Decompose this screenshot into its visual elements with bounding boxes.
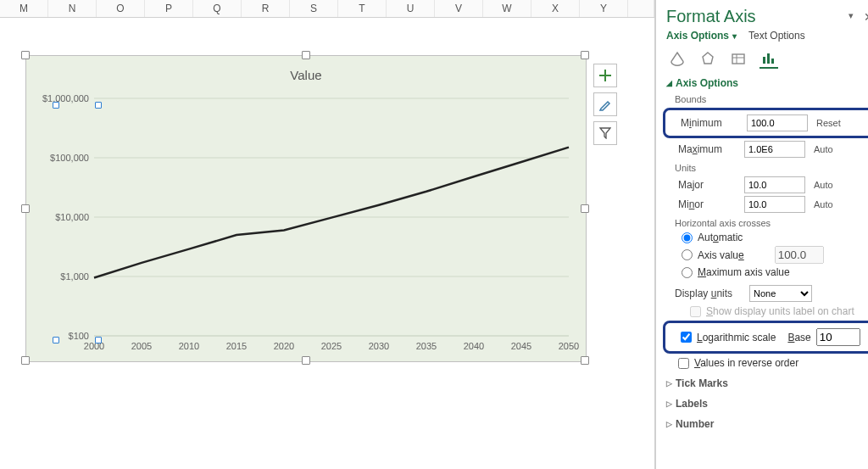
- svg-text:2050: 2050: [559, 341, 579, 351]
- maximum-input[interactable]: [744, 141, 805, 158]
- section-labels[interactable]: ▷Labels: [666, 398, 868, 410]
- resize-handle[interactable]: [581, 51, 589, 59]
- column-header[interactable]: Y: [580, 0, 628, 17]
- bounds-minimum-highlight: Minimum Reset: [663, 108, 868, 138]
- crosses-automatic-radio[interactable]: [682, 232, 693, 243]
- column-header[interactable]: M: [0, 0, 48, 17]
- crosses-axis-value-input: [775, 246, 824, 264]
- resize-handle[interactable]: [302, 51, 310, 59]
- column-header[interactable]: N: [48, 0, 97, 17]
- section-number[interactable]: ▷Number: [666, 418, 868, 430]
- svg-text:2035: 2035: [416, 341, 437, 351]
- svg-text:2005: 2005: [131, 341, 152, 351]
- svg-rect-0: [26, 56, 586, 361]
- pane-close-button[interactable]: ✕: [864, 10, 868, 24]
- column-header[interactable]: R: [242, 0, 290, 17]
- svg-rect-26: [732, 54, 744, 64]
- resize-handle[interactable]: [581, 204, 589, 213]
- column-header[interactable]: S: [290, 0, 338, 17]
- svg-text:$100,000: $100,000: [50, 153, 89, 163]
- svg-text:2040: 2040: [464, 341, 484, 351]
- chart-filter-button[interactable]: [593, 121, 617, 145]
- column-header[interactable]: X: [531, 0, 580, 17]
- svg-text:2015: 2015: [226, 341, 247, 351]
- major-input[interactable]: [744, 176, 805, 193]
- chart-object[interactable]: Value $100$1,000$10,000$100,000$1,000,00…: [25, 55, 585, 360]
- crosses-max-radio[interactable]: [682, 267, 693, 278]
- svg-marker-25: [703, 53, 713, 64]
- display-units-select[interactable]: None: [749, 285, 812, 302]
- tab-axis-options[interactable]: Axis Options ▾: [666, 30, 737, 42]
- axis-selection-handle[interactable]: [95, 337, 102, 343]
- log-base-input[interactable]: [816, 328, 860, 346]
- svg-text:2025: 2025: [321, 341, 342, 351]
- svg-rect-30: [767, 53, 770, 64]
- svg-text:2030: 2030: [369, 341, 389, 351]
- svg-text:2045: 2045: [511, 341, 531, 351]
- resize-handle[interactable]: [581, 356, 589, 365]
- resize-handle[interactable]: [302, 356, 310, 365]
- chart-canvas: Value $100$1,000$10,000$100,000$1,000,00…: [25, 55, 587, 362]
- display-units-label: Display units: [675, 288, 744, 299]
- size-properties-icon[interactable]: [729, 49, 748, 68]
- maximum-label: Maximum: [678, 143, 739, 155]
- minimum-label: Minimum: [681, 117, 742, 129]
- minor-label: Minor: [678, 198, 739, 210]
- column-header[interactable]: T: [338, 0, 387, 17]
- minor-auto: Auto: [814, 199, 833, 209]
- units-label: Units: [675, 163, 868, 173]
- column-header[interactable]: U: [387, 0, 435, 17]
- effects-icon[interactable]: [698, 49, 717, 68]
- spreadsheet-area: MNOPQRSTUVWXY Value $100$1,000$10,000$10…: [0, 0, 655, 469]
- svg-text:2020: 2020: [274, 341, 294, 351]
- section-tick-marks[interactable]: ▷Tick Marks: [666, 377, 868, 389]
- svg-text:$10,000: $10,000: [55, 212, 89, 222]
- svg-text:$1,000,000: $1,000,000: [42, 93, 89, 103]
- show-display-units-label-check: [690, 306, 701, 317]
- major-auto: Auto: [814, 180, 833, 190]
- axis-options-icon[interactable]: [760, 48, 778, 69]
- minimum-input[interactable]: [747, 114, 808, 131]
- svg-text:2010: 2010: [179, 341, 199, 351]
- axis-selection-handle[interactable]: [53, 337, 59, 343]
- column-header[interactable]: [628, 0, 654, 17]
- axis-selection-handle[interactable]: [95, 102, 102, 109]
- section-axis-options[interactable]: ◢Axis Options: [666, 77, 868, 89]
- svg-rect-29: [763, 57, 765, 64]
- major-label: Major: [678, 179, 739, 191]
- crosses-label: Horizontal axis crosses: [675, 218, 868, 228]
- column-header[interactable]: O: [97, 0, 145, 17]
- maximum-auto: Auto: [814, 144, 833, 154]
- log-scale-highlight: Logarithmic scale Base: [663, 321, 868, 354]
- pane-options-dropdown[interactable]: ▾: [849, 10, 854, 21]
- resize-handle[interactable]: [21, 51, 30, 59]
- svg-rect-31: [771, 59, 774, 64]
- column-header[interactable]: P: [145, 0, 193, 17]
- bounds-label: Bounds: [675, 94, 868, 104]
- column-header[interactable]: V: [435, 0, 483, 17]
- column-header[interactable]: Q: [193, 0, 242, 17]
- pane-title: Format Axis: [666, 7, 868, 26]
- fill-line-icon[interactable]: [668, 49, 687, 68]
- svg-text:$1,000: $1,000: [60, 271, 89, 282]
- format-axis-pane: ▾ ✕ Format Axis Axis Options ▾ Text Opti…: [655, 0, 868, 469]
- chart-elements-button[interactable]: [593, 64, 617, 87]
- minor-input[interactable]: [744, 196, 805, 213]
- reverse-order-check[interactable]: [678, 358, 689, 369]
- log-scale-check[interactable]: [681, 332, 692, 343]
- minimum-reset[interactable]: Reset: [816, 118, 841, 128]
- column-header[interactable]: W: [483, 0, 531, 17]
- chart-title: Value: [290, 68, 321, 82]
- column-headers: MNOPQRSTUVWXY: [0, 0, 654, 18]
- resize-handle[interactable]: [21, 356, 30, 365]
- chart-styles-button[interactable]: [593, 92, 617, 116]
- tab-text-options[interactable]: Text Options: [748, 30, 805, 42]
- resize-handle[interactable]: [21, 204, 30, 213]
- svg-text:$100: $100: [69, 331, 89, 341]
- crosses-axis-value-radio[interactable]: [682, 249, 693, 260]
- axis-selection-handle[interactable]: [53, 102, 59, 109]
